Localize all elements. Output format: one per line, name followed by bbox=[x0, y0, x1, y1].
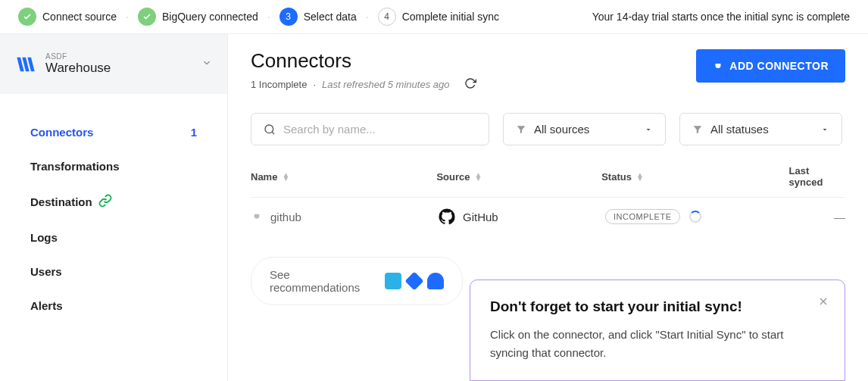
nav-label: Alerts bbox=[30, 299, 63, 312]
step-number-badge: 4 bbox=[378, 8, 396, 26]
connectors-table: Name ▲▼ Source ▲▼ Status ▲▼ Last synced bbox=[228, 159, 868, 236]
status-badge: INCOMPLETE bbox=[605, 209, 680, 224]
column-last-synced: Last synced bbox=[789, 165, 845, 188]
incomplete-count: 1 Incomplete bbox=[251, 79, 307, 90]
main-content: Connectors 1 Incomplete · Last refreshed… bbox=[227, 34, 868, 381]
connector-name: github bbox=[270, 211, 301, 223]
popover-title: Don't forget to start your initial sync! bbox=[490, 298, 825, 315]
github-icon bbox=[439, 208, 455, 225]
workspace-logo-icon bbox=[15, 54, 36, 75]
chevron-down-icon bbox=[644, 125, 653, 134]
sort-icon: ▲▼ bbox=[636, 173, 644, 180]
plug-icon bbox=[713, 61, 723, 71]
step-bigquery: BigQuery connected bbox=[138, 8, 258, 26]
column-status[interactable]: Status ▲▼ bbox=[601, 165, 788, 188]
step-label: Complete initial sync bbox=[402, 11, 499, 23]
filter-icon bbox=[516, 124, 526, 135]
statuses-dropdown[interactable]: All statuses bbox=[679, 113, 842, 145]
dropdown-label: All statuses bbox=[710, 123, 813, 136]
popover-text: Click on the connector, and click "Start… bbox=[490, 326, 825, 362]
table-row[interactable]: github GitHub INCOMPLETE — bbox=[251, 197, 845, 236]
sort-icon: ▲▼ bbox=[475, 173, 482, 180]
filter-bar: All sources All statuses bbox=[228, 113, 868, 159]
step-connect-source: Connect source bbox=[18, 8, 117, 26]
plug-icon bbox=[251, 211, 263, 223]
chevron-down-icon bbox=[820, 125, 829, 134]
workspace-switcher[interactable]: ASDF Warehouse bbox=[0, 34, 227, 94]
sidebar: ASDF Warehouse Connectors 1 Transformati… bbox=[0, 34, 227, 381]
trial-note: Your 14-day trial starts once the initia… bbox=[592, 11, 850, 23]
step-select-data: 3 Select data bbox=[279, 8, 357, 26]
sidebar-item-connectors[interactable]: Connectors 1 bbox=[0, 115, 227, 149]
sidebar-item-logs[interactable]: Logs bbox=[0, 220, 227, 255]
step-separator: · bbox=[267, 11, 270, 23]
source-name: GitHub bbox=[463, 211, 498, 223]
initial-sync-popover: Don't forget to start your initial sync!… bbox=[470, 280, 845, 381]
onboarding-stepper: Connect source · BigQuery connected · 3 … bbox=[0, 0, 868, 34]
close-icon[interactable] bbox=[817, 295, 829, 311]
sidebar-item-transformations[interactable]: Transformations bbox=[0, 149, 227, 183]
sources-dropdown[interactable]: All sources bbox=[503, 113, 666, 145]
recommend-label: See recommendations bbox=[270, 268, 371, 294]
sort-icon: ▲▼ bbox=[282, 173, 289, 180]
recommendation-icons bbox=[385, 273, 444, 289]
column-source[interactable]: Source ▲▼ bbox=[436, 165, 601, 188]
svg-line-1 bbox=[272, 132, 274, 134]
add-connector-button[interactable]: ADD CONNECTOR bbox=[696, 49, 845, 83]
step-separator: · bbox=[366, 11, 369, 23]
page-title: Connectors bbox=[251, 49, 696, 73]
last-refreshed: Last refreshed 5 minutes ago bbox=[322, 79, 449, 90]
sidebar-item-users[interactable]: Users bbox=[0, 255, 227, 289]
refresh-icon[interactable] bbox=[464, 77, 476, 92]
cell-status: INCOMPLETE bbox=[605, 209, 795, 224]
nav-count-badge: 1 bbox=[191, 126, 197, 139]
sidebar-item-alerts[interactable]: Alerts bbox=[0, 289, 227, 323]
service-icon bbox=[385, 273, 401, 289]
separator: · bbox=[313, 79, 316, 90]
search-input-wrapper[interactable] bbox=[251, 113, 489, 145]
nav-label: Connectors bbox=[30, 126, 93, 139]
check-icon bbox=[138, 8, 156, 26]
step-label: Select data bbox=[304, 11, 357, 23]
page-subtitle: 1 Incomplete · Last refreshed 5 minutes … bbox=[251, 77, 696, 92]
link-icon bbox=[98, 194, 112, 210]
step-separator: · bbox=[126, 11, 129, 23]
service-icon bbox=[405, 272, 424, 291]
workspace-name: Warehouse bbox=[45, 61, 192, 76]
search-icon bbox=[264, 123, 276, 136]
sidebar-item-destination[interactable]: Destination bbox=[0, 183, 227, 220]
chevron-down-icon bbox=[201, 58, 212, 71]
step-number-badge: 3 bbox=[279, 8, 298, 26]
page-header: Connectors 1 Incomplete · Last refreshed… bbox=[228, 34, 868, 113]
filter-icon bbox=[692, 124, 703, 135]
nav-label: Logs bbox=[30, 231, 58, 244]
nav-label: Users bbox=[30, 265, 62, 278]
check-icon bbox=[18, 8, 36, 26]
see-recommendations-button[interactable]: See recommendations bbox=[251, 257, 463, 305]
cell-source: GitHub bbox=[439, 208, 605, 225]
dropdown-label: All sources bbox=[534, 123, 636, 136]
cell-name: github bbox=[251, 211, 439, 223]
spinner-icon bbox=[689, 211, 701, 223]
step-label: BigQuery connected bbox=[162, 11, 258, 23]
search-input[interactable] bbox=[283, 123, 476, 136]
button-label: ADD CONNECTOR bbox=[729, 60, 829, 72]
nav-label: Destination bbox=[30, 195, 92, 208]
cell-last-synced: — bbox=[834, 211, 845, 223]
workspace-label: ASDF bbox=[45, 52, 192, 61]
table-header: Name ▲▼ Source ▲▼ Status ▲▼ Last synced bbox=[251, 159, 845, 197]
step-label: Connect source bbox=[42, 11, 117, 23]
nav-label: Transformations bbox=[30, 160, 120, 173]
step-complete-sync: 4 Complete initial sync bbox=[378, 8, 499, 26]
column-name[interactable]: Name ▲▼ bbox=[251, 165, 436, 188]
service-icon bbox=[427, 273, 444, 289]
svg-point-0 bbox=[265, 125, 273, 133]
sidebar-nav: Connectors 1 Transformations Destination… bbox=[0, 94, 227, 344]
